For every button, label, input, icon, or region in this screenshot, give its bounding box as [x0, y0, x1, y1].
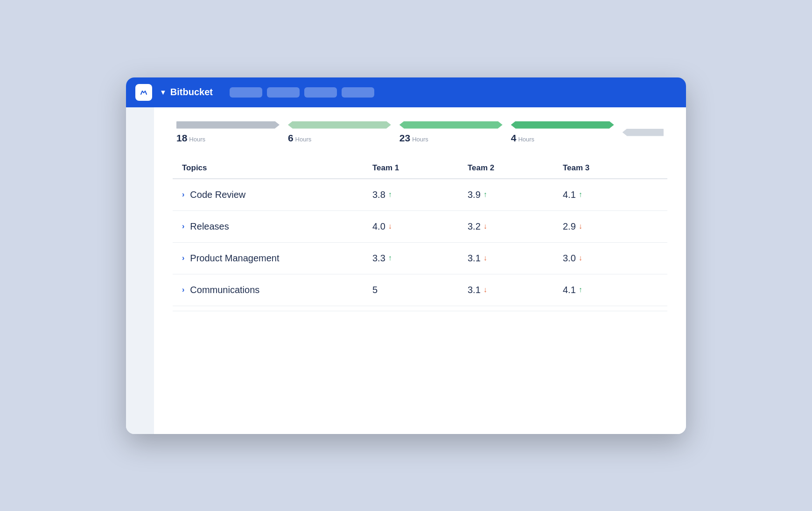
- trend-down-icon: ↓: [579, 254, 582, 262]
- team3-value-product-mgmt: 3.0 ↓: [563, 253, 658, 264]
- team3-value-communications: 4.1 ↑: [563, 285, 658, 295]
- team1-value-code-review: 3.8 ↑: [372, 189, 468, 200]
- pipeline-step-4: 4 Hours: [507, 121, 618, 144]
- team1-value-releases: 4.0 ↓: [372, 221, 468, 232]
- pipeline-step-1: 18 Hours: [173, 121, 283, 144]
- team1-value-product-mgmt: 3.3 ↑: [372, 253, 468, 264]
- browser-toolbar: ▼ Bitbucket: [126, 77, 686, 107]
- team3-value-releases: 2.9 ↓: [563, 221, 658, 232]
- trend-down-icon: ↓: [483, 286, 487, 294]
- app-logo: [135, 84, 152, 101]
- step-2-unit: Hours: [295, 136, 312, 143]
- step-3-num: 23: [399, 133, 410, 144]
- trend-down-icon: ↓: [483, 222, 487, 231]
- trend-up-icon: ↑: [388, 190, 392, 199]
- trend-up-icon: ↑: [579, 286, 582, 294]
- topic-label: Code Review: [190, 189, 245, 200]
- step-2-num: 6: [288, 133, 294, 144]
- topic-label: Communications: [190, 285, 259, 295]
- topic-cell-code-review[interactable]: › Code Review: [182, 189, 372, 200]
- team3-value-code-review: 4.1 ↑: [563, 189, 658, 200]
- browser-body: 18 Hours 6 Hours 23: [126, 107, 686, 434]
- sidebar: [126, 107, 154, 434]
- topic-cell-product-management[interactable]: › Product Management: [182, 253, 372, 264]
- table-bottom-border: [173, 311, 667, 311]
- pipeline-step-3: 23 Hours: [396, 121, 506, 144]
- pipeline-step-5: [619, 129, 667, 136]
- trend-up-icon: ↑: [483, 190, 487, 199]
- nav-pills: [230, 87, 374, 98]
- expand-icon[interactable]: ›: [182, 254, 184, 262]
- team2-value-releases: 3.2 ↓: [468, 221, 563, 232]
- step-3-unit: Hours: [412, 136, 428, 143]
- step-1-unit: Hours: [189, 136, 205, 143]
- pipeline-step-2: 6 Hours: [284, 121, 395, 144]
- table-row: › Releases 4.0 ↓ 3.2 ↓ 2.9 ↓: [173, 211, 667, 243]
- nav-pill-4[interactable]: [342, 87, 374, 98]
- table-header: Topics Team 1 Team 2 Team 3: [173, 158, 667, 179]
- step-4-num: 4: [511, 133, 517, 144]
- expand-icon[interactable]: ›: [182, 222, 184, 231]
- topic-label: Releases: [190, 221, 229, 232]
- topic-cell-communications[interactable]: › Communications: [182, 285, 372, 295]
- pipeline-steps: 18 Hours 6 Hours 23: [173, 121, 667, 144]
- step-1-num: 18: [176, 133, 187, 144]
- table-row: › Communications 5 3.1 ↓ 4.1 ↑: [173, 274, 667, 306]
- topic-cell-releases[interactable]: › Releases: [182, 221, 372, 232]
- team2-value-communications: 3.1 ↓: [468, 285, 563, 295]
- expand-icon[interactable]: ›: [182, 190, 184, 199]
- col-team1: Team 1: [372, 163, 468, 173]
- team2-value-product-mgmt: 3.1 ↓: [468, 253, 563, 264]
- main-content: 18 Hours 6 Hours 23: [154, 107, 686, 434]
- data-table: Topics Team 1 Team 2 Team 3 › Code Revie…: [173, 158, 667, 311]
- nav-pill-1[interactable]: [230, 87, 262, 98]
- col-topics: Topics: [182, 163, 372, 173]
- team2-value-code-review: 3.9 ↑: [468, 189, 563, 200]
- trend-down-icon: ↓: [388, 222, 392, 231]
- topic-label: Product Management: [190, 253, 279, 264]
- nav-pill-2[interactable]: [267, 87, 300, 98]
- team1-value-communications: 5: [372, 285, 468, 295]
- trend-down-icon: ↓: [483, 254, 487, 262]
- trend-up-icon: ↑: [579, 190, 582, 199]
- table-row: › Product Management 3.3 ↑ 3.1 ↓ 3.0 ↓: [173, 243, 667, 274]
- col-team3: Team 3: [563, 163, 658, 173]
- brand-name: ▼ Bitbucket: [160, 87, 213, 98]
- trend-up-icon: ↑: [388, 254, 392, 262]
- browser-window: ▼ Bitbucket 18 Hours: [126, 77, 686, 434]
- trend-down-icon: ↓: [579, 222, 582, 231]
- nav-pill-3[interactable]: [304, 87, 337, 98]
- col-team2: Team 2: [468, 163, 563, 173]
- table-row: › Code Review 3.8 ↑ 3.9 ↑ 4.1 ↑: [173, 179, 667, 211]
- step-4-unit: Hours: [518, 136, 534, 143]
- expand-icon[interactable]: ›: [182, 286, 184, 294]
